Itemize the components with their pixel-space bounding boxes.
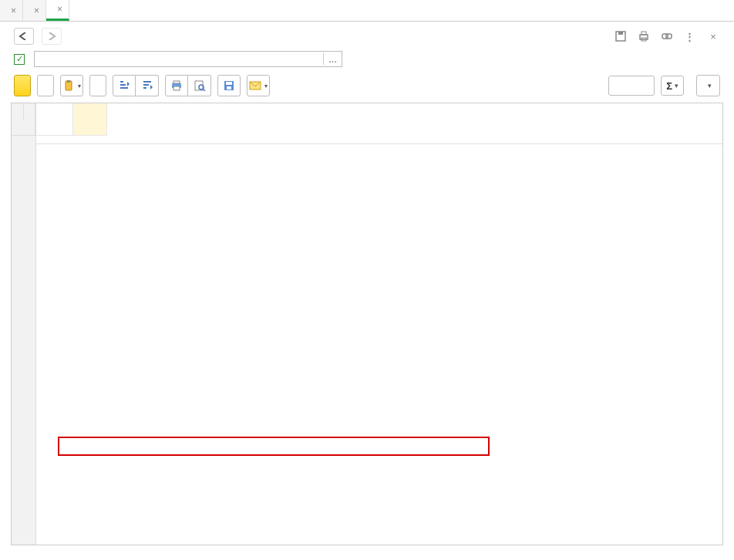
- sigma-icon: Σ: [666, 80, 672, 92]
- svg-rect-16: [226, 82, 232, 85]
- nav-forward-button[interactable]: [42, 28, 62, 45]
- filter-row: ✓ ...: [0, 48, 734, 70]
- collapse-levels-button[interactable]: [136, 75, 159, 96]
- svg-rect-1: [618, 32, 623, 35]
- close-icon[interactable]: ×: [11, 5, 16, 16]
- save-icon[interactable]: [614, 30, 628, 42]
- report-area: [11, 103, 723, 545]
- svg-rect-6: [666, 34, 672, 39]
- link-icon[interactable]: [660, 30, 674, 42]
- print-icon[interactable]: [637, 30, 651, 42]
- tab-2[interactable]: ×: [46, 0, 69, 21]
- close-icon[interactable]: ×: [57, 4, 62, 15]
- svg-rect-11: [173, 86, 180, 90]
- report-gutter: [12, 103, 36, 545]
- svg-line-14: [203, 89, 205, 91]
- header: ⋮ ×: [0, 22, 734, 48]
- svg-rect-17: [227, 86, 231, 89]
- nav-back-button[interactable]: [14, 28, 34, 45]
- highlight-box: [58, 437, 490, 456]
- svg-rect-10: [173, 81, 180, 83]
- find-button[interactable]: [89, 75, 106, 96]
- more-icon[interactable]: ⋮: [683, 31, 697, 42]
- filter-input[interactable]: ...: [34, 51, 342, 67]
- tab-bar: × × ×: [0, 0, 734, 22]
- preview-button[interactable]: [188, 75, 211, 96]
- window-close-icon[interactable]: ×: [706, 31, 720, 42]
- settings-button[interactable]: [37, 75, 54, 96]
- close-icon[interactable]: ×: [34, 5, 39, 16]
- email-button[interactable]: ▾: [247, 75, 270, 96]
- tab-0[interactable]: ×: [0, 0, 23, 21]
- output-only-checkbox[interactable]: ✓: [14, 54, 25, 65]
- sigma-button[interactable]: Σ ▾: [661, 76, 684, 96]
- toolbar: ▾ ▾ Σ ▾ ▾: [0, 70, 734, 103]
- tab-1[interactable]: ×: [23, 0, 46, 21]
- print-button[interactable]: [165, 75, 188, 96]
- expand-collapse-group: [113, 75, 159, 96]
- expand-levels-button[interactable]: [113, 75, 136, 96]
- report-body[interactable]: [36, 103, 722, 545]
- report-title: [36, 136, 722, 144]
- header-actions: ⋮ ×: [614, 30, 720, 42]
- ellipsis-icon[interactable]: ...: [323, 53, 337, 65]
- print-group: [165, 75, 211, 96]
- number-input[interactable]: [608, 76, 655, 96]
- paste-button[interactable]: ▾: [60, 75, 83, 96]
- save-button[interactable]: [217, 75, 241, 96]
- svg-rect-8: [67, 80, 70, 83]
- more-button[interactable]: ▾: [696, 75, 720, 96]
- form-button[interactable]: [14, 75, 31, 96]
